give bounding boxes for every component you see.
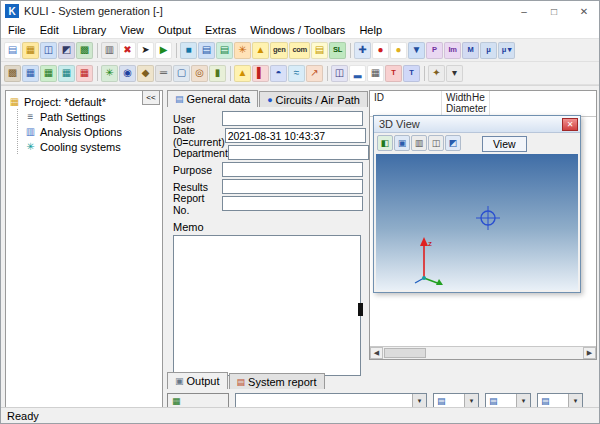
scroll-left-icon[interactable]: ◀ — [370, 347, 383, 359]
chart-icon[interactable]: ▂ — [349, 65, 366, 82]
add-icon[interactable]: ✚ — [354, 42, 371, 59]
t-blue-icon[interactable]: T — [403, 65, 420, 82]
marker-red-icon[interactable]: ● — [372, 42, 389, 59]
menu-item[interactable]: Output — [151, 23, 198, 37]
cooler-blue-icon[interactable]: ▦ — [22, 65, 39, 82]
gen-icon[interactable]: gen — [270, 42, 288, 59]
copy-view-icon[interactable]: ◫ — [428, 135, 444, 151]
toolbar-icon[interactable] — [327, 66, 328, 81]
layers-menu-icon[interactable]: ▼ — [408, 42, 425, 59]
tank-icon[interactable]: ▢ — [173, 65, 190, 82]
radiator-icon[interactable]: ▤ — [198, 42, 215, 59]
toolbar-icon[interactable] — [350, 43, 351, 58]
tab-general-data[interactable]: ▤ General data — [167, 90, 258, 107]
tree-item-analysis-options[interactable]: ▥ Analysis Options — [24, 124, 160, 139]
menu-item[interactable]: Edit — [33, 23, 66, 37]
user-field[interactable] — [222, 111, 363, 126]
sheet-icon[interactable]: ▤ — [311, 42, 328, 59]
iso-view-icon[interactable]: ◧ — [377, 135, 393, 151]
menu-item[interactable]: Library — [66, 23, 114, 37]
3d-view-close-button[interactable]: ✕ — [562, 118, 578, 131]
toolbar-icon[interactable] — [176, 43, 177, 58]
tree-root-project[interactable]: ▦ Project: *default* — [8, 94, 160, 109]
m-icon[interactable]: M — [462, 42, 479, 59]
view-button[interactable]: View — [482, 136, 527, 152]
menu-item[interactable]: Extras — [198, 23, 243, 37]
maximize-button[interactable]: □ — [539, 1, 569, 21]
toolbar-icon[interactable] — [97, 43, 98, 58]
pump-icon[interactable]: ◉ — [119, 65, 136, 82]
tools-icon[interactable]: ✦ — [428, 65, 445, 82]
close-button[interactable]: ✕ — [569, 1, 599, 21]
warning-point-icon[interactable]: ▲ — [234, 65, 251, 82]
mu-menu-icon[interactable]: μ ▾ — [498, 42, 515, 59]
table-icon[interactable]: ▦ — [367, 65, 384, 82]
toolbar-icon[interactable] — [230, 66, 231, 81]
menu-item[interactable]: View — [113, 23, 151, 37]
battery-icon[interactable]: ▮ — [209, 65, 226, 82]
results-field[interactable] — [222, 179, 363, 194]
chevron-down-icon[interactable]: ▾ — [568, 394, 582, 408]
print-view-icon[interactable]: ▥ — [411, 135, 427, 151]
mu-icon[interactable]: μ — [480, 42, 497, 59]
marker-yellow-icon[interactable]: ● — [390, 42, 407, 59]
fan-axial-icon[interactable]: ✳ — [101, 65, 118, 82]
temperature-icon[interactable]: ▌ — [252, 65, 269, 82]
scroll-right-icon[interactable]: ▶ — [583, 347, 596, 359]
3d-view-title-bar[interactable]: 3D View ✕ — [374, 116, 580, 133]
chevron-down-icon[interactable]: ▾ — [412, 394, 426, 408]
delete-icon[interactable]: ✖ — [119, 42, 136, 59]
run-simulation-icon[interactable]: ▶ — [155, 42, 172, 59]
tree-item-path-settings[interactable]: ≡ Path Settings — [24, 109, 160, 124]
tools-menu-icon[interactable]: ▾ — [446, 65, 463, 82]
report-no-field[interactable] — [222, 196, 363, 211]
tab-system-report[interactable]: ▤ System report — [229, 373, 325, 389]
measure-icon[interactable]: ◫ — [331, 65, 348, 82]
grid-column-header[interactable]: ID — [370, 91, 442, 116]
zoom-extents-icon[interactable]: ▣ — [394, 135, 410, 151]
sl-icon[interactable]: SL — [329, 42, 346, 59]
purpose-field[interactable] — [222, 162, 363, 177]
heatflow-icon[interactable]: ↗ — [306, 65, 323, 82]
scrollbar-thumb[interactable] — [384, 348, 426, 358]
pressure-icon[interactable]: ◓ — [270, 65, 287, 82]
fan-icon[interactable]: ✳ — [234, 42, 251, 59]
save-icon[interactable]: ◫ — [40, 42, 57, 59]
grid-column-header[interactable]: He — [468, 91, 490, 116]
horizontal-scrollbar[interactable]: ◀ ▶ — [370, 346, 596, 359]
massflow-icon[interactable]: ≈ — [288, 65, 305, 82]
cooler-teal-icon[interactable]: ▦ — [58, 65, 75, 82]
department-field[interactable] — [228, 145, 369, 160]
model-icon[interactable]: ◩ — [58, 42, 75, 59]
database-icon[interactable]: ▩ — [76, 42, 93, 59]
engine-icon[interactable]: ▩ — [4, 65, 21, 82]
3d-viewport[interactable]: z — [376, 154, 578, 290]
splitter-handle[interactable] — [358, 303, 363, 316]
valve-icon[interactable]: ◆ — [137, 65, 154, 82]
pipe-icon[interactable]: ═ — [155, 65, 172, 82]
print-icon[interactable]: ▥ — [101, 42, 118, 59]
grid-column-header[interactable]: Width Diameter [m — [442, 91, 468, 116]
tree-item-cooling-systems[interactable]: ✳ Cooling systems — [24, 139, 160, 154]
chevron-down-icon[interactable]: ▾ — [464, 394, 478, 408]
toolbar-icon[interactable] — [424, 66, 425, 81]
menu-item[interactable]: Windows / Toolbars — [243, 23, 352, 37]
open-folder-icon[interactable]: ▦ — [22, 42, 39, 59]
im-icon[interactable]: Im — [444, 42, 461, 59]
menu-item[interactable]: File — [1, 23, 33, 37]
tab-circuits-air-path[interactable]: ● Circuits / Air Path — [259, 91, 368, 107]
warning-icon[interactable]: ▲ — [252, 42, 269, 59]
collapse-panel-button[interactable]: << — [142, 90, 160, 105]
com-icon[interactable]: com — [289, 42, 310, 59]
component-cube-icon[interactable]: ■ — [180, 42, 197, 59]
cooler-green-icon[interactable]: ▦ — [40, 65, 57, 82]
condenser-icon[interactable]: ▤ — [216, 42, 233, 59]
memo-input[interactable] — [173, 235, 361, 376]
save-view-icon[interactable]: ◩ — [445, 135, 461, 151]
p-icon[interactable]: P — [426, 42, 443, 59]
cooler-red-icon[interactable]: ▦ — [76, 65, 93, 82]
toolbar-icon[interactable] — [97, 66, 98, 81]
select-cursor-icon[interactable]: ➤ — [137, 42, 154, 59]
date-field[interactable] — [225, 128, 366, 143]
minimize-button[interactable]: – — [509, 1, 539, 21]
